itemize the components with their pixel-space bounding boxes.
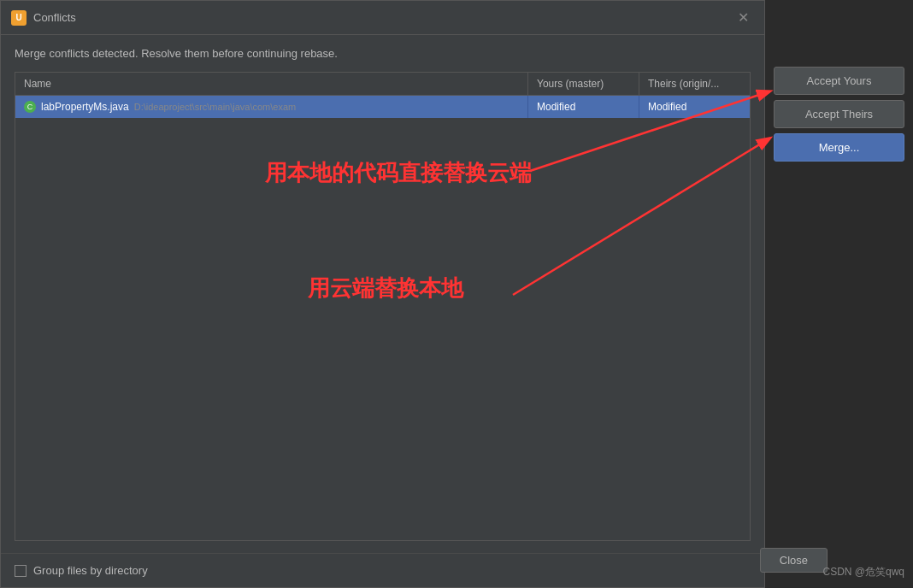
table-empty-area xyxy=(15,118,750,540)
merge-button[interactable]: Merge... xyxy=(774,133,904,162)
group-by-directory-checkbox[interactable] xyxy=(15,565,27,577)
dialog-footer: Group files by directory xyxy=(1,553,764,587)
group-by-directory-label: Group files by directory xyxy=(33,564,148,577)
group-by-directory-option: Group files by directory xyxy=(15,564,148,577)
column-header-theirs: Theirs (origin/... xyxy=(639,73,750,95)
accept-yours-button[interactable]: Accept Yours xyxy=(774,67,904,95)
dialog-title: Conflicts xyxy=(33,11,76,24)
conflicts-dialog: U Conflicts ✕ Merge conflicts detected. … xyxy=(0,0,765,588)
column-header-yours: Yours (master) xyxy=(527,73,639,95)
row-file-name: C labPropertyMs.java D:\ideaproject\src\… xyxy=(15,96,527,118)
watermark: CSDN @危笑qwq xyxy=(822,565,904,579)
action-buttons-panel: Accept Yours Accept Theirs Merge... xyxy=(765,67,913,162)
dialog-body: Merge conflicts detected. Resolve them b… xyxy=(1,35,764,553)
accept-theirs-button[interactable]: Accept Theirs xyxy=(774,100,904,128)
title-bar-left: U Conflicts xyxy=(11,10,76,26)
row-yours-status: Modified xyxy=(527,96,639,118)
file-type-icon: C xyxy=(24,101,36,113)
info-message: Merge conflicts detected. Resolve them b… xyxy=(15,47,751,60)
window-close-button[interactable]: ✕ xyxy=(733,8,754,27)
table-row[interactable]: C labPropertyMs.java D:\ideaproject\src\… xyxy=(15,96,750,118)
close-button[interactable]: Close xyxy=(760,548,828,573)
app-icon: U xyxy=(11,10,27,26)
table-header: Name Yours (master) Theirs (origin/... xyxy=(15,73,750,96)
column-header-name: Name xyxy=(15,73,527,95)
title-bar: U Conflicts ✕ xyxy=(1,1,764,35)
conflicts-table: Name Yours (master) Theirs (origin/... C… xyxy=(15,72,751,541)
row-theirs-status: Modified xyxy=(639,96,750,118)
